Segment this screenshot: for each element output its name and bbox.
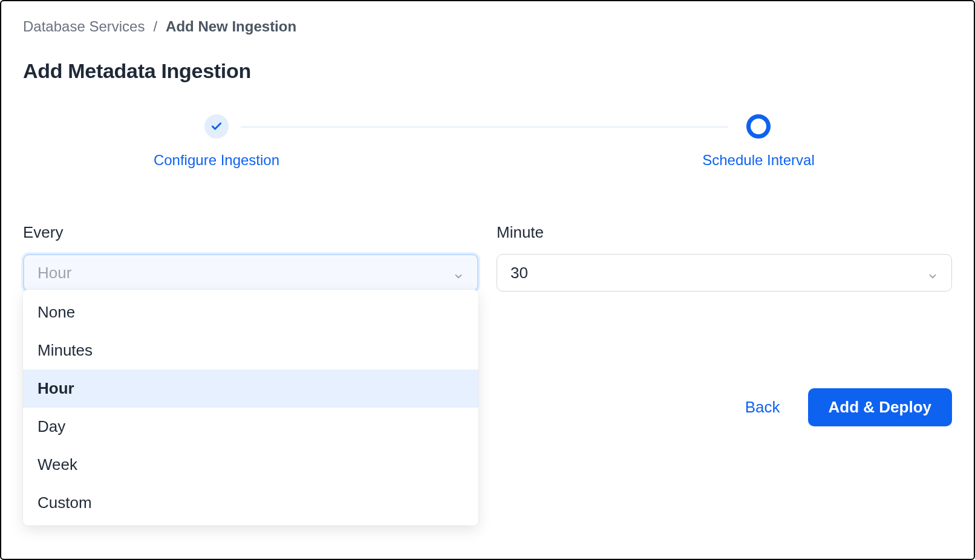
stepper-line — [241, 126, 728, 128]
dropdown-option-none[interactable]: None — [23, 293, 478, 331]
stepper: Configure Ingestion Schedule Interval — [23, 114, 952, 169]
label-minute: Minute — [497, 223, 952, 242]
select-minute-value: 30 — [510, 264, 528, 282]
breadcrumb: Database Services / Add New Ingestion — [23, 18, 952, 35]
step-label-schedule: Schedule Interval — [702, 152, 814, 169]
dropdown-option-hour[interactable]: Hour — [23, 370, 478, 408]
check-icon — [204, 114, 229, 138]
select-minute[interactable]: 30 — [497, 254, 952, 291]
back-button[interactable]: Back — [745, 398, 780, 417]
dropdown-option-day[interactable]: Day — [23, 408, 478, 446]
chevron-down-icon — [927, 267, 938, 278]
breadcrumb-current: Add New Ingestion — [166, 18, 296, 35]
form-actions: Back Add & Deploy — [497, 388, 952, 426]
add-deploy-button[interactable]: Add & Deploy — [808, 388, 952, 426]
breadcrumb-root[interactable]: Database Services — [23, 18, 145, 35]
chevron-down-icon — [453, 267, 464, 278]
select-every[interactable]: Hour — [23, 254, 478, 291]
circle-icon — [746, 114, 771, 138]
dropdown-option-minutes[interactable]: Minutes — [23, 331, 478, 370]
step-label-configure: Configure Ingestion — [154, 152, 279, 169]
field-minute: Minute 30 Back Add & Deploy — [497, 223, 952, 426]
step-configure-ingestion[interactable]: Configure Ingestion — [144, 114, 289, 169]
label-every: Every — [23, 223, 478, 242]
select-every-value: Hour — [38, 264, 71, 282]
step-schedule-interval[interactable]: Schedule Interval — [686, 114, 831, 169]
field-every: Every Hour None Minutes Hour Day Week Cu… — [23, 223, 478, 291]
dropdown-every: None Minutes Hour Day Week Custom — [23, 290, 478, 526]
dropdown-option-week[interactable]: Week — [23, 446, 478, 484]
dropdown-option-custom[interactable]: Custom — [23, 484, 478, 522]
breadcrumb-separator: / — [153, 18, 157, 35]
page-title: Add Metadata Ingestion — [23, 59, 952, 83]
